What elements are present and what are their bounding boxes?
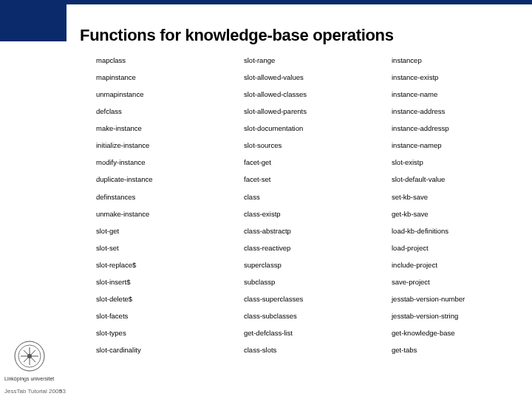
function-name: superclassp xyxy=(244,256,362,273)
function-name: slot-allowed-classes xyxy=(244,86,362,103)
function-name: slot-allowed-values xyxy=(244,69,362,86)
function-name: slot-existp xyxy=(392,154,510,171)
function-name: class-existp xyxy=(244,205,362,222)
university-seal-icon xyxy=(13,340,46,372)
function-name: slot-documentation xyxy=(244,120,362,137)
function-name: class-subclasses xyxy=(244,307,362,324)
function-name: unmake-instance xyxy=(96,205,214,222)
svg-point-2 xyxy=(27,354,32,358)
function-name: initialize-instance xyxy=(96,137,214,154)
column-3: instancepinstance-existpinstance-nameins… xyxy=(392,52,510,359)
function-name: definstances xyxy=(96,188,214,205)
function-name: instance-existp xyxy=(392,69,510,86)
function-name: slot-types xyxy=(96,325,214,342)
accent-top-bar xyxy=(0,0,532,4)
function-columns: mapclassmapinstanceunmapinstancedefclass… xyxy=(96,52,510,359)
function-name: mapinstance xyxy=(96,69,214,86)
function-name: set-kb-save xyxy=(392,188,510,205)
function-name: instance-addressp xyxy=(392,120,510,137)
function-name: subclassp xyxy=(244,273,362,290)
function-name: slot-insert$ xyxy=(96,273,214,290)
accent-top-left-block xyxy=(0,0,66,41)
function-name: slot-sources xyxy=(244,137,362,154)
column-2: slot-rangeslot-allowed-valuesslot-allowe… xyxy=(244,52,362,359)
function-name: get-kb-save xyxy=(392,205,510,222)
function-name: slot-default-value xyxy=(392,171,510,188)
function-name: slot-cardinality xyxy=(96,342,214,359)
function-name: class-slots xyxy=(244,342,362,359)
function-name: slot-facets xyxy=(96,307,214,324)
function-name: class-superclasses xyxy=(244,290,362,307)
function-name: instance-namep xyxy=(392,137,510,154)
function-name: class-reactivep xyxy=(244,239,362,256)
function-name: instance-address xyxy=(392,103,510,120)
function-name: class xyxy=(244,188,362,205)
function-name: facet-get xyxy=(244,154,362,171)
function-name: facet-set xyxy=(244,171,362,188)
page-number: 53 xyxy=(59,388,66,395)
function-name: duplicate-instance xyxy=(96,171,214,188)
function-name: slot-replace$ xyxy=(96,256,214,273)
function-name: modify-instance xyxy=(96,154,214,171)
function-name: instance-name xyxy=(392,86,510,103)
university-name: Linköpings universitet xyxy=(4,376,54,381)
function-name: defclass xyxy=(96,103,214,120)
footer-label: JessTab Tutorial 2009 xyxy=(4,388,62,395)
function-name: load-kb-definitions xyxy=(392,222,510,239)
function-name: get-defclass-list xyxy=(244,325,362,342)
function-name: load-project xyxy=(392,239,510,256)
function-name: jesstab-version-string xyxy=(392,307,510,324)
function-name: unmapinstance xyxy=(96,86,214,103)
function-name: jesstab-version-number xyxy=(392,290,510,307)
slide-title: Functions for knowledge-base operations xyxy=(80,26,394,45)
function-name: slot-set xyxy=(96,239,214,256)
function-name: class-abstractp xyxy=(244,222,362,239)
function-name: get-knowledge-base xyxy=(392,325,510,342)
function-name: save-project xyxy=(392,273,510,290)
function-name: instancep xyxy=(392,52,510,69)
function-name: make-instance xyxy=(96,120,214,137)
function-name: get-tabs xyxy=(392,342,510,359)
function-name: slot-delete$ xyxy=(96,290,214,307)
function-name: slot-allowed-parents xyxy=(244,103,362,120)
function-name: include-project xyxy=(392,256,510,273)
function-name: mapclass xyxy=(96,52,214,69)
function-name: slot-range xyxy=(244,52,362,69)
column-1: mapclassmapinstanceunmapinstancedefclass… xyxy=(96,52,214,359)
function-name: slot-get xyxy=(96,222,214,239)
